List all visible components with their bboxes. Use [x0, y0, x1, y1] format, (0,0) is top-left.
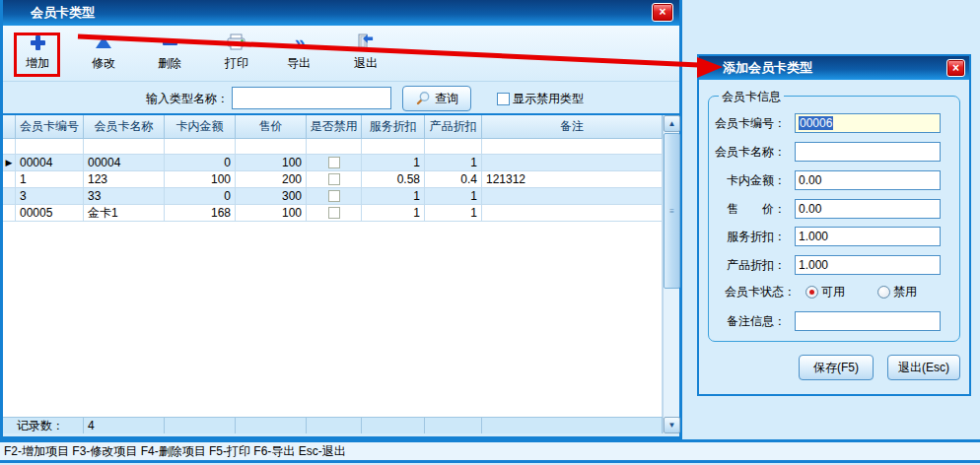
service-discount-input[interactable]	[795, 227, 941, 246]
disabled-checkbox[interactable]	[328, 157, 340, 168]
cell-product-discount: 1	[425, 188, 482, 205]
table-row[interactable]: ▶ 00004 00004 0 100 1 1	[3, 155, 663, 171]
table-row[interactable]: 1 123 100 200 0.58 0.4 121312	[3, 171, 663, 188]
col-header[interactable]: 会员卡编号	[16, 115, 84, 139]
col-header[interactable]: 会员卡名称	[84, 115, 165, 139]
card-name-label: 会员卡名称：	[699, 142, 786, 162]
grid-empty-row[interactable]	[3, 139, 663, 155]
cell-disabled	[307, 171, 362, 188]
scroll-down-icon[interactable]: ▼	[664, 417, 680, 433]
record-count-value: 4	[84, 417, 165, 433]
col-header[interactable]: 卡内金额	[165, 115, 236, 139]
cell-disabled	[307, 155, 362, 171]
printer-icon	[227, 33, 246, 51]
card-no-input[interactable]: 00006	[795, 113, 941, 133]
grid-empty-area	[3, 222, 663, 417]
cell-price: 300	[236, 188, 307, 205]
cell-remark	[482, 188, 663, 205]
grid-footer-row: 记录数： 4	[3, 417, 663, 433]
row-selector	[3, 205, 16, 222]
radio-disabled[interactable]: 禁用	[877, 284, 917, 300]
type-name-input[interactable]	[232, 87, 391, 109]
product-discount-label: 产品折扣：	[699, 255, 786, 275]
cell-card-name: 123	[84, 171, 165, 188]
export-button-label: 导出	[287, 55, 311, 72]
service-discount-label: 服务折扣：	[699, 227, 786, 246]
card-status-row: 会员卡状态： 可用 禁用	[699, 283, 969, 300]
card-name-input[interactable]	[795, 142, 941, 162]
cell-remark	[482, 155, 663, 171]
cell-remark	[482, 205, 663, 222]
cell-card-no: 1	[16, 171, 84, 188]
remark-input[interactable]	[795, 311, 941, 331]
cell-service-discount: 1	[362, 205, 425, 222]
price-input[interactable]	[795, 199, 941, 219]
card-no-label: 会员卡编号：	[699, 113, 786, 133]
radio-enabled-label: 可用	[821, 284, 845, 300]
exit-button[interactable]: 退出	[339, 32, 392, 77]
query-button-label: 查询	[435, 91, 458, 107]
dialog-title: 添加会员卡类型	[723, 59, 812, 77]
product-discount-input[interactable]	[795, 255, 941, 275]
checkbox-box[interactable]	[497, 93, 510, 105]
col-header[interactable]: 产品折扣	[425, 115, 482, 139]
remark-label: 备注信息：	[699, 311, 786, 331]
add-button[interactable]: 增加	[11, 32, 64, 77]
delete-button[interactable]: 删除	[143, 32, 196, 77]
record-count-label: 记录数：	[3, 417, 84, 433]
col-header[interactable]: 服务折扣	[362, 115, 425, 139]
close-icon: ×	[659, 5, 665, 19]
cell-product-discount: 0.4	[425, 171, 482, 188]
table-row[interactable]: 3 33 0 300 1 1	[3, 188, 663, 205]
table-row[interactable]: 00005 金卡1 168 100 1 1	[3, 205, 663, 222]
print-button[interactable]: 打印	[210, 32, 263, 77]
add-button-label: 增加	[26, 55, 49, 72]
radio-enabled[interactable]: 可用	[805, 284, 845, 300]
exit-door-icon	[356, 33, 376, 51]
col-header[interactable]: 售价	[236, 115, 307, 139]
balance-input[interactable]	[795, 170, 941, 190]
vertical-scrollbar[interactable]: ▲ ≡ ▼	[663, 115, 679, 433]
query-button[interactable]: 查询	[402, 86, 471, 111]
modify-button[interactable]: 修改	[77, 32, 130, 77]
hotkey-help-text: F2-增加项目 F3-修改项目 F4-删除项目 F5-打印 F6-导出 Esc-…	[4, 443, 346, 460]
save-button[interactable]: 保存(F5)	[799, 355, 874, 380]
cell-remark: 121312	[482, 171, 663, 188]
radio-icon	[877, 286, 890, 299]
dialog-close-button[interactable]: ×	[946, 59, 965, 77]
cell-balance: 168	[165, 205, 236, 222]
col-header[interactable]: 是否禁用	[307, 115, 362, 139]
plus-icon	[31, 35, 45, 50]
cell-balance: 0	[165, 155, 236, 171]
current-row-arrow-icon: ▶	[6, 159, 13, 167]
cell-card-name: 33	[84, 188, 165, 205]
price-label: 售 价：	[699, 199, 786, 219]
radio-icon	[805, 286, 818, 299]
triangle-up-icon	[96, 36, 111, 48]
row-selector	[3, 188, 16, 205]
cell-card-name: 00004	[84, 155, 165, 171]
dialog-titlebar: 添加会员卡类型	[699, 56, 969, 80]
disabled-checkbox[interactable]	[328, 173, 340, 185]
cell-price: 200	[236, 171, 307, 188]
disabled-checkbox[interactable]	[328, 190, 340, 202]
scrollbar-thumb[interactable]: ≡	[664, 133, 680, 289]
col-header[interactable]: 备注	[482, 115, 663, 139]
cell-card-no: 00004	[16, 155, 84, 171]
scroll-up-icon[interactable]: ▲	[664, 115, 680, 132]
print-button-label: 打印	[225, 55, 248, 72]
balance-label: 卡内金额：	[699, 170, 786, 190]
selected-text: 00006	[799, 116, 833, 130]
cell-product-discount: 1	[425, 205, 482, 222]
export-button[interactable]: » 导出	[272, 32, 325, 77]
disabled-checkbox[interactable]	[328, 207, 340, 219]
member-card-type-window: 会员卡类型 × 增加 修改 删除 打印	[0, 0, 682, 439]
show-disabled-checkbox[interactable]: 显示禁用类型	[497, 91, 584, 107]
radio-disabled-label: 禁用	[893, 284, 917, 300]
search-row: 输入类型名称： 查询 显示禁用类型	[3, 83, 679, 116]
modify-button-label: 修改	[92, 55, 115, 72]
main-close-button[interactable]: ×	[652, 3, 673, 22]
magnifier-icon	[415, 91, 431, 106]
dialog-exit-button[interactable]: 退出(Esc)	[887, 355, 960, 380]
selector-column-header	[3, 115, 16, 139]
